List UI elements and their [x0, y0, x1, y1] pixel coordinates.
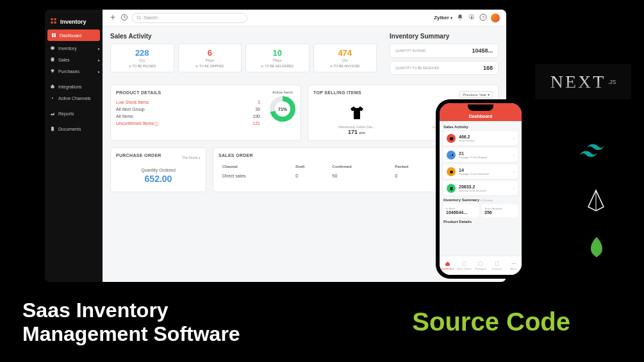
nextjs-logo: NEXT.JS: [535, 64, 631, 99]
phone-pd-title: Product Details: [443, 220, 518, 224]
avatar[interactable]: [491, 13, 500, 22]
nav-reports[interactable]: Reports: [45, 108, 103, 119]
stat-to-be-packed[interactable]: 228 Qty ⊘TO BE PACKED: [110, 44, 174, 72]
inventory-summary-title: Inventory Summary: [390, 33, 499, 40]
top-item-1[interactable]: Hanswoody Cotton Cas... 171 pcs: [313, 101, 400, 135]
chevron-right-icon: ›: [513, 170, 515, 174]
po-quantity: 652.00: [116, 174, 201, 184]
search-input[interactable]: Search: [132, 13, 247, 23]
chevron-right-icon: ›: [513, 186, 515, 191]
tab-packages[interactable]: Packages: [472, 256, 489, 275]
phone-notch: [468, 104, 493, 111]
stat-to-be-delivered[interactable]: 10 Pkgs ⊘TO BE DELIVERED: [245, 44, 310, 72]
svg-point-3: [471, 16, 473, 18]
inv-in-hand: QUANTITY IN HAND 10458...: [390, 44, 499, 58]
svg-text:?: ?: [482, 15, 484, 19]
check-icon: ⊘: [261, 64, 263, 68]
box-icon: [447, 134, 456, 143]
product-image-icon: [345, 101, 368, 124]
svg-point-6: [450, 170, 453, 174]
tailwind-icon: [580, 141, 609, 161]
nav-integrations[interactable]: Integrations: [45, 81, 103, 92]
svg-point-7: [511, 263, 513, 265]
svg-point-9: [515, 263, 516, 265]
inventory-icon: [50, 17, 57, 26]
pd-all-items[interactable]: All Items190: [116, 113, 260, 120]
check-icon: ⊘: [330, 64, 333, 68]
chevron-right-icon: ▸: [98, 69, 100, 74]
ts-period-filter[interactable]: Previous Year ▾: [459, 91, 493, 98]
active-items-donut: 71%: [270, 96, 295, 122]
invoice-icon: [447, 184, 456, 193]
phone-card-invoiced[interactable]: 20833.2Quantity To be Invoiced ›: [443, 181, 518, 195]
svg-point-2: [137, 16, 140, 19]
tab-invoices[interactable]: Invoices: [489, 256, 506, 275]
truck-icon: [447, 151, 456, 160]
search-icon: [136, 15, 142, 21]
chevron-right-icon: ›: [513, 136, 515, 141]
brand-logo: Inventory: [45, 15, 103, 28]
chevron-right-icon: ›: [513, 153, 515, 158]
check-icon: ⊘: [129, 64, 131, 68]
bell-icon[interactable]: [456, 12, 464, 24]
stat-to-be-invoiced[interactable]: 474 Qty ⊘TO BE INVOICED: [313, 44, 377, 72]
phone-inv-in-hand: In Hand1046044...: [443, 204, 479, 217]
inv-to-receive: QUANTITY TO BE RECEIVED 168: [390, 61, 499, 75]
headline-left: Saas Inventory Management Software: [22, 299, 240, 346]
chevron-right-icon: ▸: [98, 58, 100, 62]
tab-dashboard[interactable]: Dashboard: [440, 256, 456, 275]
topbar: Search Zylker ▾ ?: [103, 10, 506, 26]
phone-inv-receive: To be Received356: [482, 204, 518, 217]
po-period-filter[interactable]: This Month ▾: [182, 156, 201, 160]
phone-card-delivered[interactable]: 14Packages To be Delivered ›: [443, 165, 518, 179]
nav-inventory[interactable]: Inventory ▸: [45, 42, 103, 54]
nav-purchases[interactable]: Purchases ▸: [45, 65, 103, 77]
history-icon[interactable]: [120, 12, 128, 24]
phone-card-packed[interactable]: 466.2To be Packed ›: [443, 131, 518, 145]
tab-more[interactable]: More: [505, 256, 522, 275]
nav-documents[interactable]: Documents: [45, 123, 103, 135]
brand-name: Inventory: [60, 19, 87, 25]
phone-card-shipped[interactable]: 21Packages To be Shipped ›: [443, 148, 518, 162]
phone-mockup: Dashboard Sales Activity 466.2To be Pack…: [436, 99, 525, 279]
nav-dashboard[interactable]: Dashboard: [47, 29, 100, 41]
phone-tabbar: Dashboard Sales Orders Packages Invoices…: [440, 256, 522, 275]
product-details-panel: PRODUCT DETAILS Low Stock Items3 All Ite…: [110, 85, 301, 141]
phone-activity-title: Sales Activity: [443, 125, 518, 129]
stat-to-be-shipped[interactable]: 6 Pkgs ⊘TO BE SHIPPED: [178, 44, 242, 72]
gear-icon[interactable]: [468, 12, 475, 24]
pd-unconfirmed[interactable]: Unconfirmed Items ⓘ121: [116, 120, 260, 129]
pd-low-stock[interactable]: Low Stock Items3: [116, 99, 260, 106]
phone-inv-title: Inventory Summary In Quantity: [443, 198, 518, 202]
tab-sales-orders[interactable]: Sales Orders: [456, 256, 473, 275]
purchase-order-panel: PURCHASE ORDER This Month ▾ Quantity Ord…: [110, 147, 206, 192]
prisma-icon: [586, 189, 606, 215]
org-selector[interactable]: Zylker ▾: [434, 15, 452, 21]
deliver-icon: [447, 167, 456, 176]
chevron-right-icon: ▸: [98, 46, 100, 51]
sidebar: Inventory Dashboard Inventory ▸ Sales ▸ …: [45, 10, 103, 282]
svg-point-0: [52, 97, 53, 99]
sales-activity-title: Sales Activity: [110, 33, 377, 40]
pd-item-group[interactable]: All Item Group39: [116, 106, 260, 113]
nav-sales[interactable]: Sales ▸: [45, 54, 103, 65]
headline-right: Source Code: [412, 308, 570, 336]
check-icon: ⊘: [195, 64, 198, 68]
nav-channels[interactable]: Active Channels: [45, 92, 103, 104]
help-icon[interactable]: ?: [479, 12, 487, 24]
svg-point-8: [513, 263, 514, 265]
mongodb-icon: [590, 237, 604, 260]
active-items-label: Active Items: [272, 90, 293, 94]
plus-icon[interactable]: [109, 12, 117, 24]
